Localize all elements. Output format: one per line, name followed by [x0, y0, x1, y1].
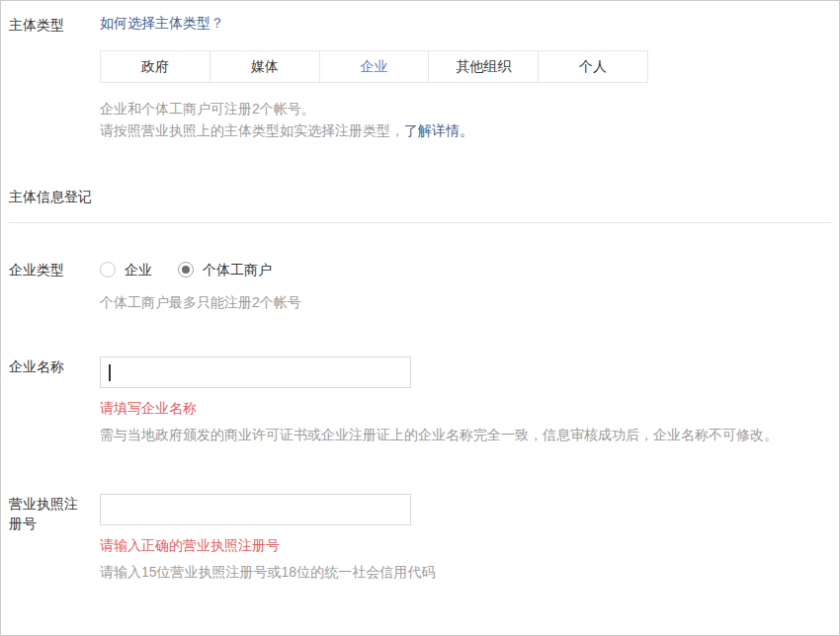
company-name-row: 企业名称 请填写企业名称 需与当地政府颁发的商业许可证书或企业注册证上的企业名称…	[9, 357, 831, 445]
company-name-error: 请填写企业名称	[100, 398, 831, 418]
company-name-input[interactable]	[100, 357, 411, 388]
text-caret	[109, 364, 111, 381]
radio-icon-individual-business[interactable]	[178, 262, 194, 278]
learn-more-link[interactable]: 了解详情。	[404, 122, 473, 138]
tab-other-organization[interactable]: 其他组织	[429, 51, 539, 82]
tab-individual[interactable]: 个人	[539, 51, 647, 82]
subject-type-label: 主体类型	[9, 15, 100, 141]
license-number-input[interactable]	[100, 494, 411, 525]
section-header-subject-info: 主体信息登记	[9, 189, 831, 206]
subject-type-row: 主体类型 如何选择主体类型？ 政府 媒体 企业 其他组织 个人 企业和个体工商户…	[9, 15, 831, 141]
subject-type-tabbar: 政府 媒体 企业 其他组织 个人	[100, 50, 648, 83]
subject-type-help-link[interactable]: 如何选择主体类型？	[100, 15, 224, 31]
section-divider	[9, 222, 831, 223]
tab-enterprise[interactable]: 企业	[320, 51, 430, 82]
license-number-error: 请输入正确的营业执照注册号	[100, 535, 831, 555]
license-number-note: 请输入15位营业执照注册号或18位的统一社会信用代码	[100, 561, 831, 583]
company-name-note: 需与当地政府颁发的商业许可证书或企业注册证上的企业名称完全一致，信息审核成功后，…	[100, 424, 831, 445]
company-type-row: 企业类型 企业 个体工商户 个体工商户最多只能注册2个帐号	[9, 260, 831, 313]
license-number-label: 营业执照注册号	[9, 494, 100, 583]
radio-option-enterprise[interactable]: 企业	[100, 260, 152, 279]
tab-government[interactable]: 政府	[101, 51, 210, 82]
company-name-label: 企业名称	[9, 357, 100, 445]
subject-type-note-1: 企业和个体工商户可注册2个帐号。	[100, 98, 831, 119]
license-number-row: 营业执照注册号 请输入正确的营业执照注册号 请输入15位营业执照注册号或18位的…	[9, 494, 831, 583]
radio-label-individual-business: 个体工商户	[203, 260, 272, 279]
subject-type-note-2-text: 请按照营业执照上的主体类型如实选择注册类型，	[100, 122, 404, 138]
subject-type-note-2: 请按照营业执照上的主体类型如实选择注册类型，了解详情。	[100, 119, 831, 141]
registration-form: 主体类型 如何选择主体类型？ 政府 媒体 企业 其他组织 个人 企业和个体工商户…	[0, 0, 840, 636]
tab-media[interactable]: 媒体	[210, 51, 320, 82]
radio-label-enterprise: 企业	[125, 260, 152, 279]
radio-option-individual-business[interactable]: 个体工商户	[178, 260, 272, 279]
radio-icon-enterprise[interactable]	[100, 262, 116, 278]
company-type-radio-group: 企业 个体工商户	[100, 260, 831, 279]
company-type-label: 企业类型	[9, 260, 100, 313]
company-type-note: 个体工商户最多只能注册2个帐号	[100, 291, 831, 313]
